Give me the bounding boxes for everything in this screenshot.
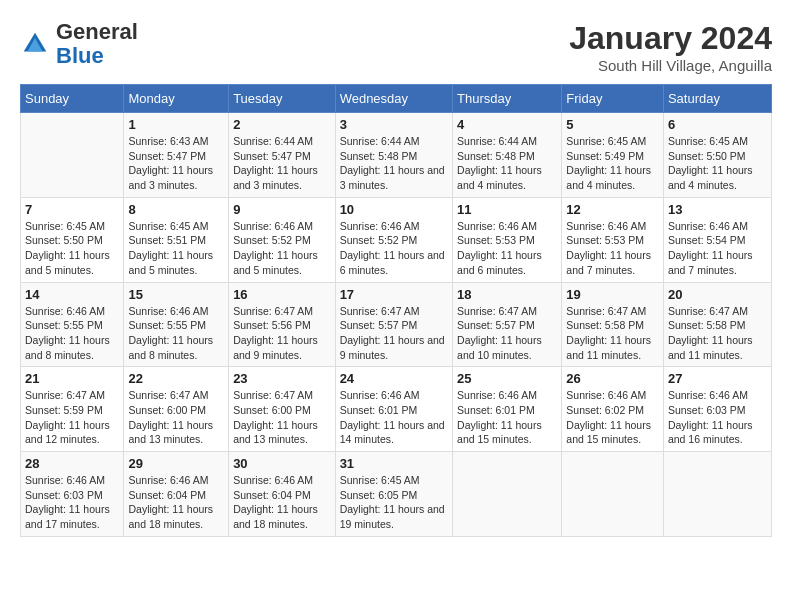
day-number: 2 — [233, 117, 331, 132]
calendar-cell: 2Sunrise: 6:44 AMSunset: 5:47 PMDaylight… — [229, 113, 336, 198]
calendar-cell: 16Sunrise: 6:47 AMSunset: 5:56 PMDayligh… — [229, 282, 336, 367]
calendar-week-3: 14Sunrise: 6:46 AMSunset: 5:55 PMDayligh… — [21, 282, 772, 367]
calendar-cell: 31Sunrise: 6:45 AMSunset: 6:05 PMDayligh… — [335, 452, 452, 537]
day-number: 7 — [25, 202, 119, 217]
day-number: 10 — [340, 202, 448, 217]
day-detail: Sunrise: 6:46 AMSunset: 6:04 PMDaylight:… — [128, 473, 224, 532]
day-detail: Sunrise: 6:47 AMSunset: 5:59 PMDaylight:… — [25, 388, 119, 447]
day-number: 13 — [668, 202, 767, 217]
calendar-cell: 5Sunrise: 6:45 AMSunset: 5:49 PMDaylight… — [562, 113, 664, 198]
logo-general: General — [56, 19, 138, 44]
day-number: 29 — [128, 456, 224, 471]
day-number: 25 — [457, 371, 557, 386]
col-sunday: Sunday — [21, 85, 124, 113]
day-detail: Sunrise: 6:46 AMSunset: 5:55 PMDaylight:… — [128, 304, 224, 363]
col-monday: Monday — [124, 85, 229, 113]
calendar-week-2: 7Sunrise: 6:45 AMSunset: 5:50 PMDaylight… — [21, 197, 772, 282]
day-number: 1 — [128, 117, 224, 132]
calendar-cell: 1Sunrise: 6:43 AMSunset: 5:47 PMDaylight… — [124, 113, 229, 198]
day-detail: Sunrise: 6:46 AMSunset: 5:54 PMDaylight:… — [668, 219, 767, 278]
day-detail: Sunrise: 6:45 AMSunset: 5:49 PMDaylight:… — [566, 134, 659, 193]
calendar-cell: 25Sunrise: 6:46 AMSunset: 6:01 PMDayligh… — [453, 367, 562, 452]
day-number: 20 — [668, 287, 767, 302]
calendar-cell: 4Sunrise: 6:44 AMSunset: 5:48 PMDaylight… — [453, 113, 562, 198]
day-detail: Sunrise: 6:46 AMSunset: 5:52 PMDaylight:… — [233, 219, 331, 278]
day-number: 21 — [25, 371, 119, 386]
calendar-cell: 12Sunrise: 6:46 AMSunset: 5:53 PMDayligh… — [562, 197, 664, 282]
calendar-cell: 8Sunrise: 6:45 AMSunset: 5:51 PMDaylight… — [124, 197, 229, 282]
title-block: January 2024 South Hill Village, Anguill… — [569, 20, 772, 74]
calendar-cell: 20Sunrise: 6:47 AMSunset: 5:58 PMDayligh… — [663, 282, 771, 367]
day-number: 27 — [668, 371, 767, 386]
calendar-cell: 17Sunrise: 6:47 AMSunset: 5:57 PMDayligh… — [335, 282, 452, 367]
page-header: General Blue January 2024 South Hill Vil… — [20, 20, 772, 74]
calendar-cell: 26Sunrise: 6:46 AMSunset: 6:02 PMDayligh… — [562, 367, 664, 452]
day-number: 22 — [128, 371, 224, 386]
day-number: 12 — [566, 202, 659, 217]
day-number: 14 — [25, 287, 119, 302]
calendar-cell: 10Sunrise: 6:46 AMSunset: 5:52 PMDayligh… — [335, 197, 452, 282]
day-detail: Sunrise: 6:46 AMSunset: 6:02 PMDaylight:… — [566, 388, 659, 447]
day-detail: Sunrise: 6:46 AMSunset: 5:55 PMDaylight:… — [25, 304, 119, 363]
calendar-cell — [562, 452, 664, 537]
column-headers: Sunday Monday Tuesday Wednesday Thursday… — [21, 85, 772, 113]
day-detail: Sunrise: 6:47 AMSunset: 5:57 PMDaylight:… — [457, 304, 557, 363]
col-friday: Friday — [562, 85, 664, 113]
col-wednesday: Wednesday — [335, 85, 452, 113]
day-number: 6 — [668, 117, 767, 132]
calendar-cell — [453, 452, 562, 537]
calendar-cell: 18Sunrise: 6:47 AMSunset: 5:57 PMDayligh… — [453, 282, 562, 367]
calendar-cell: 22Sunrise: 6:47 AMSunset: 6:00 PMDayligh… — [124, 367, 229, 452]
day-detail: Sunrise: 6:45 AMSunset: 5:50 PMDaylight:… — [25, 219, 119, 278]
logo-icon — [20, 29, 50, 59]
calendar-cell — [663, 452, 771, 537]
day-number: 4 — [457, 117, 557, 132]
day-detail: Sunrise: 6:46 AMSunset: 6:01 PMDaylight:… — [340, 388, 448, 447]
day-detail: Sunrise: 6:46 AMSunset: 5:53 PMDaylight:… — [566, 219, 659, 278]
day-number: 31 — [340, 456, 448, 471]
calendar-cell: 21Sunrise: 6:47 AMSunset: 5:59 PMDayligh… — [21, 367, 124, 452]
col-tuesday: Tuesday — [229, 85, 336, 113]
calendar-cell — [21, 113, 124, 198]
calendar-cell: 13Sunrise: 6:46 AMSunset: 5:54 PMDayligh… — [663, 197, 771, 282]
day-number: 3 — [340, 117, 448, 132]
logo-blue: Blue — [56, 43, 104, 68]
day-detail: Sunrise: 6:46 AMSunset: 6:03 PMDaylight:… — [25, 473, 119, 532]
calendar-cell: 7Sunrise: 6:45 AMSunset: 5:50 PMDaylight… — [21, 197, 124, 282]
day-number: 28 — [25, 456, 119, 471]
day-detail: Sunrise: 6:45 AMSunset: 5:50 PMDaylight:… — [668, 134, 767, 193]
calendar-cell: 11Sunrise: 6:46 AMSunset: 5:53 PMDayligh… — [453, 197, 562, 282]
day-number: 26 — [566, 371, 659, 386]
calendar-week-4: 21Sunrise: 6:47 AMSunset: 5:59 PMDayligh… — [21, 367, 772, 452]
day-detail: Sunrise: 6:45 AMSunset: 5:51 PMDaylight:… — [128, 219, 224, 278]
calendar-week-5: 28Sunrise: 6:46 AMSunset: 6:03 PMDayligh… — [21, 452, 772, 537]
day-detail: Sunrise: 6:47 AMSunset: 5:56 PMDaylight:… — [233, 304, 331, 363]
calendar-cell: 30Sunrise: 6:46 AMSunset: 6:04 PMDayligh… — [229, 452, 336, 537]
day-number: 17 — [340, 287, 448, 302]
day-detail: Sunrise: 6:47 AMSunset: 5:57 PMDaylight:… — [340, 304, 448, 363]
day-detail: Sunrise: 6:46 AMSunset: 5:53 PMDaylight:… — [457, 219, 557, 278]
calendar-cell: 23Sunrise: 6:47 AMSunset: 6:00 PMDayligh… — [229, 367, 336, 452]
day-detail: Sunrise: 6:47 AMSunset: 6:00 PMDaylight:… — [128, 388, 224, 447]
calendar-cell: 28Sunrise: 6:46 AMSunset: 6:03 PMDayligh… — [21, 452, 124, 537]
day-number: 30 — [233, 456, 331, 471]
day-number: 5 — [566, 117, 659, 132]
day-number: 19 — [566, 287, 659, 302]
day-number: 24 — [340, 371, 448, 386]
day-detail: Sunrise: 6:44 AMSunset: 5:47 PMDaylight:… — [233, 134, 331, 193]
calendar-cell: 9Sunrise: 6:46 AMSunset: 5:52 PMDaylight… — [229, 197, 336, 282]
day-detail: Sunrise: 6:47 AMSunset: 6:00 PMDaylight:… — [233, 388, 331, 447]
day-number: 16 — [233, 287, 331, 302]
month-year: January 2024 — [569, 20, 772, 57]
day-detail: Sunrise: 6:43 AMSunset: 5:47 PMDaylight:… — [128, 134, 224, 193]
col-saturday: Saturday — [663, 85, 771, 113]
calendar-cell: 15Sunrise: 6:46 AMSunset: 5:55 PMDayligh… — [124, 282, 229, 367]
location: South Hill Village, Anguilla — [569, 57, 772, 74]
logo: General Blue — [20, 20, 138, 68]
calendar-cell: 24Sunrise: 6:46 AMSunset: 6:01 PMDayligh… — [335, 367, 452, 452]
day-detail: Sunrise: 6:44 AMSunset: 5:48 PMDaylight:… — [457, 134, 557, 193]
day-number: 18 — [457, 287, 557, 302]
day-detail: Sunrise: 6:46 AMSunset: 6:01 PMDaylight:… — [457, 388, 557, 447]
calendar-cell: 27Sunrise: 6:46 AMSunset: 6:03 PMDayligh… — [663, 367, 771, 452]
day-number: 15 — [128, 287, 224, 302]
